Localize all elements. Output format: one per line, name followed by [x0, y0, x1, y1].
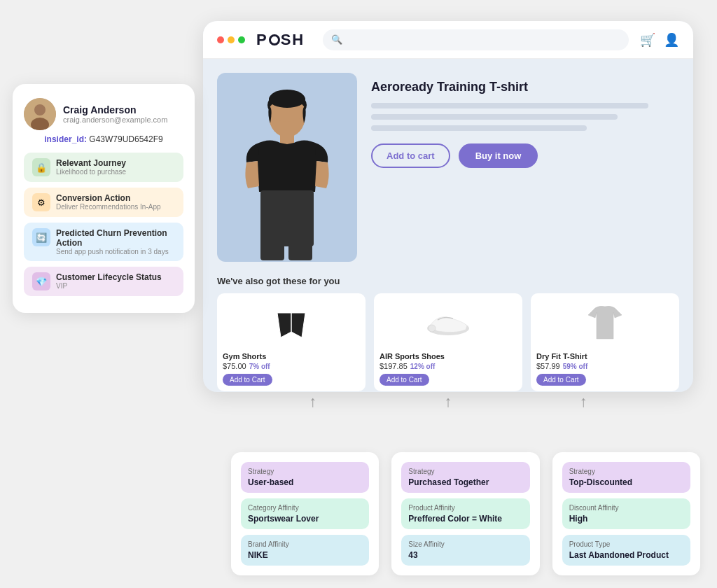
strat-block-1-strategy: Strategy Purchased Together — [401, 462, 529, 493]
strat-value-1-product: Preffered Color = White — [408, 514, 522, 524]
strat-label-0-brand: Brand Affinity — [248, 540, 362, 548]
rec-add-btn-2[interactable]: Add to Cart — [536, 374, 586, 386]
strategy-card-0: Strategy User-based Category Affinity Sp… — [231, 452, 379, 575]
strat-label-1-size: Size Affinity — [408, 540, 522, 548]
lifecycle-card: 💎 Customer Lifecycle Status VIP — [24, 267, 183, 296]
journey-sub: Likelihood to purchase — [56, 168, 126, 176]
rec-card-0: Gym Shorts $75.00 7% off Add to Cart — [217, 293, 366, 391]
rec-add-btn-0[interactable]: Add to Cart — [223, 374, 272, 386]
arrow-2: ↑ — [580, 394, 587, 410]
lifecycle-content: Customer Lifecycle Status VIP — [56, 272, 162, 290]
svg-point-1 — [34, 104, 46, 115]
browser-dots — [217, 36, 245, 43]
rec-price-row-1: $197.85 12% off — [380, 362, 517, 370]
recommendations-section: We've also got these for you Gym Shorts … — [203, 276, 693, 392]
user-card-header: Craig Anderson craig.anderson@example.co… — [24, 98, 183, 130]
cart-icon[interactable]: 🛒 — [640, 32, 655, 48]
svg-rect-7 — [288, 220, 312, 260]
strat-block-2-strategy: Strategy Top-Discounted — [562, 462, 690, 493]
dot-green — [238, 36, 245, 43]
conversion-icon: ⚙ — [32, 193, 50, 211]
rec-discount-2: 59% off — [563, 363, 588, 370]
strategy-card-1: Strategy Purchased Together Product Affi… — [391, 452, 539, 575]
arrow-1: ↑ — [444, 394, 452, 410]
product-title: Aeroready Training T-shirt — [371, 80, 679, 94]
strat-label-0-strategy: Strategy — [248, 468, 362, 475]
posh-logo: PSH — [256, 31, 305, 49]
rec-card-1: AIR Sports Shoes $197.85 12% off Add to … — [374, 293, 522, 391]
strategy-card-2: Strategy Top-Discounted Discount Affinit… — [552, 452, 700, 575]
desc-line-1 — [371, 103, 648, 108]
churn-sub: Send app push notification in 3 days — [56, 248, 175, 255]
rec-image-1 — [380, 299, 517, 348]
strat-value-2-strategy: Top-Discounted — [569, 477, 683, 487]
arrows: ↑ ↑ ↑ — [203, 394, 693, 410]
rec-price-row-2: $57.99 59% off — [536, 362, 674, 370]
user-email: craig.anderson@example.com — [63, 115, 167, 124]
conversion-content: Conversion Action Deliver Recommendation… — [56, 193, 161, 211]
user-card: Craig Anderson craig.anderson@example.co… — [13, 84, 195, 313]
strat-block-0-brand: Brand Affinity NIKE — [241, 535, 369, 566]
svg-rect-6 — [260, 220, 284, 260]
strat-value-0-cat: Sportswear Lover — [248, 514, 362, 524]
rec-discount-1: 12% off — [410, 363, 436, 370]
strat-block-0-strategy: Strategy User-based — [241, 462, 369, 493]
conversion-title: Conversion Action — [56, 193, 161, 203]
product-details: Aeroready Training T-shirt Add to cart B… — [371, 73, 679, 262]
rec-name-1: AIR Sports Shoes — [380, 352, 517, 360]
rec-image-0 — [223, 299, 360, 348]
rec-card-2: Dry Fit T-Shirt $57.99 59% off Add to Ca… — [531, 293, 679, 391]
churn-content: Predicted Churn Prevention Action Send a… — [56, 228, 175, 255]
search-bar[interactable]: 🔍 — [323, 29, 629, 50]
browser-panel: PSH 🔍 🛒 👤 — [203, 21, 693, 392]
strat-label-2-discount: Discount Affinity — [569, 504, 683, 512]
insider-id: insider_id: G43W79UD6542F9 — [24, 134, 183, 144]
strat-block-1-product: Product Affinity Preffered Color = White — [401, 498, 529, 529]
rec-name-0: Gym Shorts — [223, 352, 360, 360]
add-to-cart-button[interactable]: Add to cart — [371, 144, 450, 168]
journey-icon: 🔒 — [32, 158, 50, 176]
arrow-0: ↑ — [309, 394, 316, 410]
journey-title: Relevant Journey — [56, 158, 126, 168]
strat-value-1-strategy: Purchased Together — [408, 477, 522, 487]
conversion-card: ⚙ Conversion Action Deliver Recommendati… — [24, 188, 183, 217]
header-icons: 🛒 👤 — [640, 32, 679, 48]
rec-add-btn-1[interactable]: Add to Cart — [380, 374, 429, 386]
strat-label-2-strategy: Strategy — [569, 468, 683, 475]
recs-title: We've also got these for you — [217, 276, 679, 286]
strat-value-0-brand: NIKE — [248, 550, 362, 560]
strat-label-2-type: Product Type — [569, 540, 683, 548]
lifecycle-sub: VIP — [56, 282, 162, 290]
churn-title: Predicted Churn Prevention Action — [56, 228, 175, 248]
churn-card: 🔄 Predicted Churn Prevention Action Send… — [24, 223, 183, 261]
strat-value-2-discount: High — [569, 514, 683, 524]
strategy-row: Strategy User-based Category Affinity Sp… — [231, 452, 700, 575]
product-actions: Add to cart Buy it now — [371, 144, 679, 168]
user-info: Craig Anderson craig.anderson@example.co… — [63, 104, 167, 124]
desc-line-2 — [371, 114, 618, 120]
strat-block-0-cat: Category Affinity Sportswear Lover — [241, 498, 369, 529]
desc-line-3 — [371, 125, 587, 131]
posh-o — [269, 34, 280, 46]
strat-value-2-type: Last Abandoned Product — [569, 550, 683, 560]
conversion-sub: Deliver Recommendations In-App — [56, 203, 161, 211]
strat-block-1-size: Size Affinity 43 — [401, 535, 529, 566]
svg-point-14 — [429, 325, 436, 332]
strat-label-0-cat: Category Affinity — [248, 504, 362, 512]
strat-label-1-product: Product Affinity — [408, 504, 522, 512]
strat-block-2-discount: Discount Affinity High — [562, 498, 690, 529]
rec-price-0: $75.00 — [223, 362, 246, 370]
avatar — [24, 98, 56, 130]
churn-icon: 🔄 — [32, 228, 50, 246]
strat-value-0-strategy: User-based — [248, 477, 362, 487]
user-icon[interactable]: 👤 — [664, 32, 679, 48]
rec-price-row-0: $75.00 7% off — [223, 362, 360, 370]
buy-now-button[interactable]: Buy it now — [459, 144, 538, 168]
dot-red — [217, 36, 224, 43]
user-name: Craig Anderson — [63, 104, 167, 115]
lifecycle-icon: 💎 — [32, 272, 50, 290]
svg-point-11 — [269, 91, 305, 108]
search-icon: 🔍 — [331, 34, 342, 45]
svg-rect-4 — [280, 133, 294, 144]
rec-image-2 — [536, 299, 674, 348]
